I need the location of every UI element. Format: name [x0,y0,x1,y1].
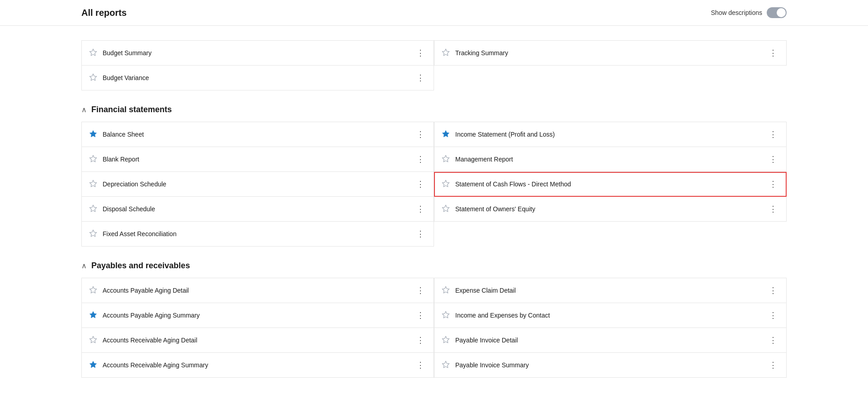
report-left: Balance Sheet [89,130,144,139]
star-icon[interactable] [442,48,450,58]
star-icon[interactable] [89,204,97,214]
list-item[interactable]: Balance Sheet⋮ [81,122,434,147]
more-options-icon[interactable]: ⋮ [767,285,779,296]
report-left: Accounts Payable Aging Detail [89,286,189,295]
page-title: All reports [81,8,127,18]
collapse-icon[interactable]: ∧ [81,261,87,270]
more-options-icon[interactable]: ⋮ [767,203,779,215]
report-name: Statement of Owners' Equity [455,205,535,213]
star-icon[interactable] [89,311,97,320]
more-options-icon[interactable]: ⋮ [415,128,426,140]
report-name: Payable Invoice Summary [455,361,529,369]
list-item[interactable]: Payable Invoice Detail⋮ [434,328,787,353]
svg-marker-7 [90,230,97,236]
list-item[interactable]: Accounts Payable Aging Summary⋮ [81,303,434,328]
more-options-icon[interactable]: ⋮ [415,309,426,321]
star-icon[interactable] [442,130,450,139]
star-icon[interactable] [442,204,450,214]
section-financial-statements: ∧Financial statementsBalance Sheet⋮Blank… [81,105,787,247]
collapse-icon[interactable]: ∧ [81,105,87,114]
list-item[interactable]: Budget Summary⋮ [81,40,434,66]
list-item[interactable]: Expense Claim Detail⋮ [434,278,787,303]
star-icon[interactable] [442,361,450,370]
section-budget: Budget Summary⋮Budget Variance⋮Tracking … [81,40,787,90]
report-left: Income and Expenses by Contact [442,311,550,320]
svg-marker-6 [90,205,97,211]
star-icon[interactable] [442,180,450,189]
right-column-financial-statements: Income Statement (Profit and Loss)⋮Manag… [434,122,787,247]
list-item[interactable]: Income and Expenses by Contact⋮ [434,303,787,328]
show-descriptions-toggle[interactable] [767,7,787,18]
more-options-icon[interactable]: ⋮ [415,228,426,240]
star-icon[interactable] [89,229,97,239]
more-options-icon[interactable]: ⋮ [767,309,779,321]
more-options-icon[interactable]: ⋮ [415,153,426,165]
report-name: Balance Sheet [103,131,144,138]
star-icon[interactable] [89,155,97,164]
report-name: Accounts Receivable Aging Detail [103,337,197,344]
reports-grid-financial-statements: Balance Sheet⋮Blank Report⋮Depreciation … [81,122,787,247]
show-descriptions-label: Show descriptions [711,9,762,16]
list-item[interactable]: Accounts Receivable Aging Detail⋮ [81,328,434,353]
report-left: Fixed Asset Reconciliation [89,229,176,239]
more-options-icon[interactable]: ⋮ [415,203,426,215]
list-item[interactable]: Fixed Asset Reconciliation⋮ [81,222,434,247]
more-options-icon[interactable]: ⋮ [415,359,426,371]
more-options-icon[interactable]: ⋮ [767,153,779,165]
report-left: Payable Invoice Summary [442,361,529,370]
report-left: Statement of Owners' Equity [442,204,535,214]
list-item[interactable]: Accounts Payable Aging Detail⋮ [81,278,434,303]
list-item[interactable]: Disposal Schedule⋮ [81,197,434,222]
report-name: Income and Expenses by Contact [455,312,550,319]
more-options-icon[interactable]: ⋮ [415,285,426,296]
star-icon[interactable] [89,130,97,139]
more-options-icon[interactable]: ⋮ [415,178,426,190]
more-options-icon[interactable]: ⋮ [767,128,779,140]
star-icon[interactable] [89,361,97,370]
left-column-payables-receivables: Accounts Payable Aging Detail⋮Accounts P… [81,278,434,378]
list-item[interactable]: Blank Report⋮ [81,147,434,172]
report-name: Payable Invoice Detail [455,337,518,344]
reports-grid-budget: Budget Summary⋮Budget Variance⋮Tracking … [81,40,787,90]
more-options-icon[interactable]: ⋮ [415,47,426,59]
report-left: Accounts Receivable Aging Summary [89,361,208,370]
report-left: Accounts Payable Aging Summary [89,311,200,320]
report-name: Income Statement (Profit and Loss) [455,131,555,138]
svg-marker-14 [90,336,97,342]
report-left: Expense Claim Detail [442,286,516,295]
report-left: Statement of Cash Flows - Direct Method [442,180,571,189]
more-options-icon[interactable]: ⋮ [767,178,779,190]
star-icon[interactable] [89,73,97,83]
report-name: Expense Claim Detail [455,287,516,294]
more-options-icon[interactable]: ⋮ [767,359,779,371]
right-column-budget: Tracking Summary⋮ [434,40,787,90]
star-icon[interactable] [442,286,450,295]
star-icon[interactable] [442,336,450,345]
star-icon[interactable] [89,48,97,58]
list-item[interactable]: Accounts Receivable Aging Summary⋮ [81,353,434,378]
star-icon[interactable] [89,180,97,189]
list-item[interactable]: Income Statement (Profit and Loss)⋮ [434,122,787,147]
report-name: Tracking Summary [455,49,508,57]
svg-marker-18 [443,336,449,342]
more-options-icon[interactable]: ⋮ [767,47,779,59]
list-item[interactable]: Statement of Owners' Equity⋮ [434,197,787,222]
right-column-payables-receivables: Expense Claim Detail⋮Income and Expenses… [434,278,787,378]
star-icon[interactable] [89,336,97,345]
list-item[interactable]: Depreciation Schedule⋮ [81,172,434,197]
more-options-icon[interactable]: ⋮ [415,72,426,84]
svg-marker-12 [90,286,97,293]
list-item[interactable]: Tracking Summary⋮ [434,40,787,66]
show-descriptions-control: Show descriptions [711,7,787,18]
list-item[interactable]: Payable Invoice Summary⋮ [434,353,787,378]
report-name: Accounts Payable Aging Summary [103,312,200,319]
star-icon[interactable] [89,286,97,295]
more-options-icon[interactable]: ⋮ [767,334,779,346]
list-item[interactable]: Budget Variance⋮ [81,66,434,90]
more-options-icon[interactable]: ⋮ [415,334,426,346]
report-name: Accounts Receivable Aging Summary [103,361,208,369]
list-item[interactable]: Statement of Cash Flows - Direct Method⋮ [434,172,787,197]
star-icon[interactable] [442,155,450,164]
star-icon[interactable] [442,311,450,320]
list-item[interactable]: Management Report⋮ [434,147,787,172]
